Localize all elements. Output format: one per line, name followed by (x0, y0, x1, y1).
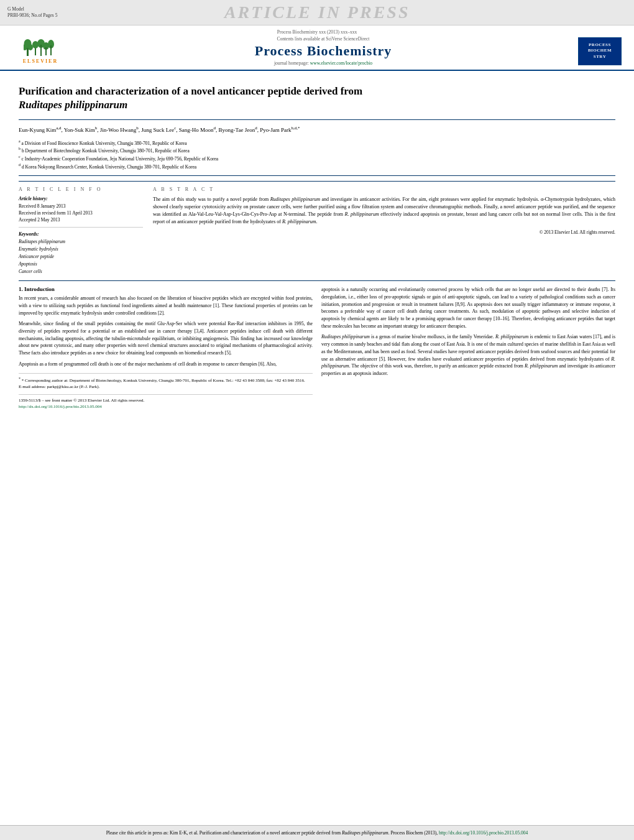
keywords-section: Keywords: Ruditapes philippinarum Enzyma… (19, 231, 143, 275)
journal-center: Contents lists available at SciVerse Sci… (68, 36, 578, 66)
footnote-corresponding-text: * Corresponding author at: Department of… (22, 378, 305, 383)
deaths-word: deaths (588, 287, 600, 292)
sciverse-line: Contents lists available at SciVerse Sci… (68, 36, 578, 42)
footnotes: * * Corresponding author at: Department … (19, 373, 313, 390)
svg-rect-9 (45, 47, 47, 55)
top-banner: G Model PRBI-9836; No.of Pages 5 ARTICLE… (0, 0, 634, 25)
doi-line: http://dx.doi.org/10.1016/j.procbio.2013… (19, 404, 313, 410)
journal-ref: Process Biochemistry xxx (2013) xxx–xxx (277, 29, 357, 35)
article-info-col: A R T I C L E I N F O Article history: R… (19, 187, 143, 276)
authors-line: Eun-Kyung Kima,d, Yon-Suk Kimb, Jin-Woo … (19, 125, 615, 134)
affiliations: a a Division of Food Bioscience Konkuk U… (19, 139, 615, 176)
logo-line1: PROCESS (589, 42, 611, 47)
homepage-link[interactable]: www.elsevier.com/locate/procbio (310, 60, 372, 66)
keyword-2: Enzymatic hydrolysis (19, 246, 143, 253)
received-date: Received 8 January 2013 (19, 203, 143, 210)
intro-para1: In recent years, a considerable amount o… (19, 295, 313, 316)
main-content: Purification and characterization of a n… (0, 71, 634, 825)
affil-c-text: c Industry-Academic Cooperation Foundati… (22, 156, 219, 162)
footnote-email: E-mail address: parkpj@kku.ac.kr (P.-J. … (19, 384, 313, 390)
keywords-list: Ruditapes philippinarum Enzymatic hydrol… (19, 238, 143, 275)
affiliation-b: b b Department of Biotechnology Konkuk U… (19, 146, 615, 154)
bottom-bar: Please cite this article in press as: Ki… (0, 825, 634, 840)
bottom-bar-italic: Ruditapes philippinarum (342, 830, 388, 836)
title-part1: Purification and characterization of a n… (19, 85, 362, 97)
journal-logo-box: PROCESS BIOCHEM STRY (578, 37, 622, 65)
journal-header-row1: ELSEVIER Contents lists available at Sci… (12, 36, 622, 66)
affiliation-d: d d Korea Nokyong Research Center, Konku… (19, 162, 615, 170)
title-part2: Ruditapes philippinarum (19, 99, 127, 111)
issn-line: 1359-5113/$ – see front matter © 2013 El… (19, 397, 313, 404)
g-model-label: G Model (7, 6, 57, 13)
affiliation-a: a a Division of Food Bioscience Konkuk U… (19, 139, 615, 147)
prbi-label: PRBI-9836; No.of Pages 5 (7, 12, 57, 19)
accepted-date: Accepted 2 May 2013 (19, 216, 143, 223)
logo-text: PROCESS BIOCHEM STRY (588, 42, 612, 59)
authors-section: Eun-Kyung Kima,d, Yon-Suk Kimb, Jin-Woo … (19, 125, 615, 134)
abstract-text: The aim of this study was to purify a no… (153, 196, 615, 226)
keyword-4: Apoptosis (19, 261, 143, 268)
svg-rect-7 (40, 45, 42, 56)
sciverse-text: Contents lists available at SciVerse Sci… (277, 36, 370, 42)
intro-heading: 1. Introduction (19, 286, 313, 292)
logo-line2: BIOCHEM (588, 48, 612, 53)
keyword-1: Ruditapes philippinarum (19, 238, 143, 246)
journal-name: Process Biochemistry (68, 43, 578, 59)
abstract-col: A B S T R A C T The aim of this study wa… (153, 187, 615, 276)
revised-date: Received in revised form 11 April 2013 (19, 210, 143, 216)
g-model-info: G Model PRBI-9836; No.of Pages 5 (7, 6, 57, 19)
elsevier-logo: ELSEVIER (12, 37, 68, 65)
journal-header: Process Biochemistry xxx (2013) xxx–xxx (0, 25, 634, 71)
body-section: 1. Introduction In recent years, a consi… (19, 280, 615, 410)
affiliation-c: c c Industry-Academic Cooperation Founda… (19, 154, 615, 162)
article-title: Purification and characterization of a n… (19, 85, 615, 112)
copyright-section: 1359-5113/$ – see front matter © 2013 El… (19, 394, 313, 410)
doi-link[interactable]: http://dx.doi.org/10.1016/j.procbio.2013… (19, 404, 102, 409)
affil-a-text: a Division of Food Bioscience Konkuk Uni… (22, 140, 187, 145)
article-in-press-title: ARTICLE IN PRESS (57, 2, 577, 22)
logo-line3: STRY (594, 54, 606, 59)
intro-para5: Ruditapes philippinarum is a genus of ma… (321, 333, 615, 377)
article-info-label: A R T I C L E I N F O (19, 187, 143, 192)
intro-para3: Apoptosis as a form of programmed cell d… (19, 361, 313, 368)
keyword-5: Cancer cells (19, 268, 143, 275)
intro-para4: apoptosis is a naturally occurring and e… (321, 286, 615, 330)
info-abstract-section: A R T I C L E I N F O Article history: R… (19, 181, 615, 276)
article-title-section: Purification and characterization of a n… (19, 85, 615, 120)
body-right-col: apoptosis is a naturally occurring and e… (321, 286, 615, 410)
affil-b-text: b Department of Biotechnology Konkuk Uni… (22, 148, 190, 154)
bottom-bar-text: Please cite this article in press as: Ki… (12, 829, 622, 836)
body-left-col: 1. Introduction In recent years, a consi… (19, 286, 313, 410)
homepage-label: journal homepage: (274, 60, 309, 66)
keyword-3: Anticancer peptide (19, 253, 143, 261)
intro-para2: Meanwhile, since finding of the small pe… (19, 320, 313, 356)
elsevier-tree-icon (24, 39, 58, 58)
page: G Model PRBI-9836; No.of Pages 5 ARTICLE… (0, 0, 634, 840)
abstract-label: A B S T R A C T (153, 187, 615, 192)
footnote-corresponding: * * Corresponding author at: Department … (19, 376, 313, 384)
history-label: Article history: (19, 196, 143, 201)
bottom-bar-doi[interactable]: http://dx.doi.org/10.1016/j.procbio.2013… (439, 830, 528, 836)
article-history: Article history: Received 8 January 2013… (19, 196, 143, 228)
keywords-label: Keywords: (19, 231, 143, 237)
affil-d-text: d Korea Nokyong Research Center, Konkuk … (22, 164, 196, 169)
journal-homepage: journal homepage: www.elsevier.com/locat… (68, 60, 578, 66)
abstract-copyright: © 2013 Elsevier Ltd. All rights reserved… (153, 229, 615, 235)
elsevier-text: ELSEVIER (23, 58, 58, 64)
svg-point-3 (28, 44, 33, 50)
svg-rect-11 (50, 45, 52, 55)
